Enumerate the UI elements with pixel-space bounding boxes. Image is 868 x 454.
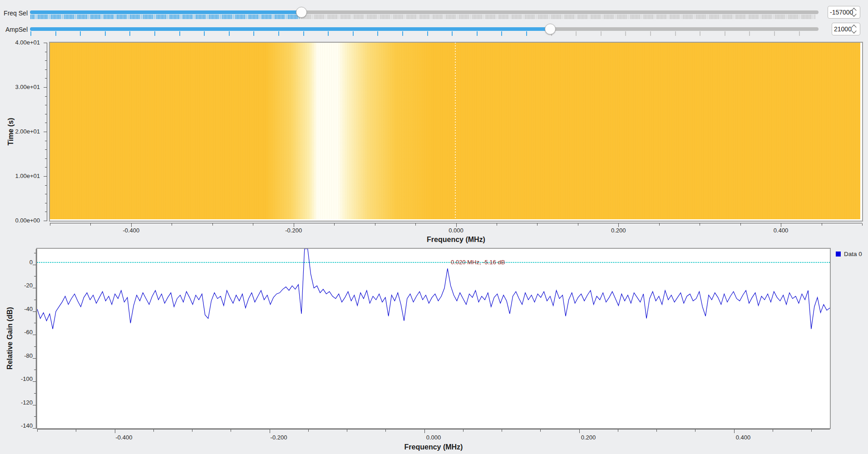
waterfall-spectrogram[interactable] [50,43,860,219]
x-minor-tick [463,429,464,432]
x-minor-tick [618,429,618,432]
waterfall-x-tick-label: 0.200 [600,227,636,234]
waterfall-x-tick-label: 0.000 [438,227,474,234]
spectrum-x-tick-label: 0.400 [725,434,761,441]
y-major-tick [33,335,36,335]
y-major-tick [33,381,36,382]
y-minor-tick [34,416,36,417]
freq-sel-value[interactable]: -157000 [830,6,848,18]
y-major-tick [44,87,47,88]
spectrum-y-axis-title: Relative Gain (dB) [6,307,14,370]
amp-sel-groove[interactable] [30,27,819,31]
x-minor-tick [192,429,192,432]
x-minor-tick [385,429,386,432]
y-minor-tick [34,276,36,276]
freq-sel-spinbox[interactable]: -157000 [828,6,860,19]
x-minor-tick [537,223,538,226]
y-major-tick [33,265,36,265]
x-minor-tick [659,223,660,226]
spectrum-y-tick-label: -20 [0,282,33,289]
freq-sel-label: Freq Sel [0,10,28,17]
spectrum-x-axis [37,429,830,433]
y-minor-tick [45,185,47,186]
y-minor-tick [45,52,47,52]
x-minor-tick [172,223,172,226]
y-minor-tick [34,300,36,300]
waterfall-x-axis-title: Frequency (MHz) [50,236,862,244]
x-minor-tick [153,429,154,432]
x-minor-tick [497,223,497,226]
y-major-tick [33,288,36,288]
x-major-tick [270,429,270,433]
y-minor-tick [45,167,47,168]
y-major-tick [44,221,47,221]
legend-label: Data 0 [844,251,862,257]
freq-sel-groove[interactable] [30,10,819,14]
x-minor-tick [578,223,578,226]
waterfall-y-tick-label: 0.00e+00 [0,217,40,224]
spectrum-y-tick-label: -140 [0,422,33,429]
application-window: Freq Sel -157000 AmpSel 21000 [0,0,868,454]
x-major-tick [294,223,294,227]
spectrum-trace [37,249,830,428]
spectrum-y-tick-label: -60 [0,329,33,336]
y-minor-tick [45,203,47,203]
spectrum-y-tick-label: -40 [0,306,33,313]
amp-sel-tickmarks [30,31,815,36]
y-minor-tick [45,78,47,79]
freq-sel-fill [30,10,301,14]
waterfall-x-tick-label: -0.400 [113,227,149,234]
waterfall-y-tick-label: 1.00e+01 [0,173,40,180]
y-minor-tick [45,114,47,114]
legend-data0[interactable]: Data 0 [836,251,862,257]
waterfall-canvas[interactable] [49,42,863,222]
freq-sel-slider[interactable] [30,7,819,19]
freq-sel-handle[interactable] [296,7,307,18]
y-minor-tick [34,393,36,394]
x-minor-tick [740,223,741,226]
spectrum-x-axis-title: Frequency (MHz) [37,443,830,451]
y-minor-tick [34,253,36,253]
amp-sel-label: AmpSel [0,26,28,33]
spin-down-icon[interactable] [851,11,856,16]
spin-down-icon[interactable] [851,28,856,33]
x-minor-tick [822,223,822,226]
x-major-tick [734,429,735,433]
spectrum-x-tick-label: -0.200 [261,434,297,441]
spectrum-x-tick-label: 0.000 [415,434,452,441]
x-minor-tick [76,429,76,432]
x-minor-tick [308,429,309,432]
waterfall-x-tick-label: 0.400 [763,227,799,234]
waterfall-center-frequency-marker [455,43,456,219]
spectrum-canvas[interactable]: 0.020 MHz, -5.16 dB [36,248,831,429]
x-minor-tick [862,223,863,226]
amp-sel-value[interactable]: 21000 [834,23,848,35]
amp-sel-slider[interactable] [30,24,819,36]
peak-marker-readout: 0.020 MHz, -5.16 dB [451,259,505,266]
spectrum-y-tick-label: -80 [0,352,33,360]
x-minor-tick [50,223,50,226]
amp-sel-spinbox[interactable]: 21000 [832,23,860,35]
y-minor-tick [45,158,47,159]
y-major-tick [33,311,36,312]
x-major-tick [456,223,457,227]
y-minor-tick [34,323,36,323]
x-minor-tick [375,223,375,226]
y-major-tick [44,132,47,132]
waterfall-y-tick-label: 2.00e+01 [0,128,40,135]
y-minor-tick [34,346,36,347]
y-minor-tick [45,194,47,194]
freq-sel-tickmarks [30,15,815,19]
y-minor-tick [45,69,47,70]
y-major-tick [44,176,47,177]
x-major-tick [131,223,132,227]
x-minor-tick [700,223,700,226]
waterfall-x-tick-label: -0.200 [276,227,312,234]
waterfall-y-tick-label: 4.00e+01 [0,39,40,46]
legend-color-swatch [836,252,841,257]
waterfall-y-tick-label: 3.00e+01 [0,84,40,91]
x-major-tick [115,429,115,433]
x-major-tick [618,223,619,227]
spectrum-y-tick-label: -120 [0,399,33,406]
x-minor-tick [811,429,812,432]
